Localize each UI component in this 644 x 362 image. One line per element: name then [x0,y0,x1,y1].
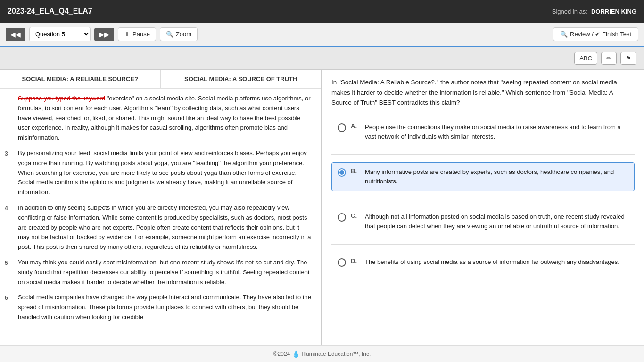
flag-icon: ⚑ [626,55,631,62]
option-text-d: The benefits of using social media as a … [365,257,619,267]
list-item: 4 In addition to only seeing subjects in… [5,203,312,252]
para-num: 3 [5,148,14,197]
footer-logo: 💧 [292,350,300,358]
list-item: 5 You may think you could easily spot mi… [5,258,312,287]
edit-button[interactable]: ✏ [601,52,617,65]
option-letter-b: B. [351,167,360,174]
main-content: SOCIAL MEDIA: A RELIABLE SOURCE? SOCIAL … [0,70,644,345]
review-icon: 🔍 [560,31,568,38]
answer-option-c[interactable]: C. Although not all information posted o… [331,207,635,236]
option-text-b: Many informative posts are created by ex… [365,167,628,186]
passage-headers: SOCIAL MEDIA: A RELIABLE SOURCE? SOCIAL … [0,70,321,89]
col1-header: SOCIAL MEDIA: A RELIABLE SOURCE? [0,70,161,88]
para-text: Suppose you typed the keyword "exercise"… [18,94,312,143]
option-letter-d: D. [351,257,360,264]
col2-header: SOCIAL MEDIA: A SOURCE OF TRUTH [161,70,322,88]
review-finish-label: Review / ✔ Finish Test [570,31,631,38]
zoom-icon: 🔍 [166,31,173,38]
para-num: 5 [5,258,14,287]
radio-a[interactable] [338,123,346,132]
next-button[interactable]: ▶▶ [94,28,114,41]
user-name: DORRIEN KING [591,8,636,15]
zoom-button[interactable]: 🔍 Zoom [160,27,198,41]
para-text: Social media companies have changed the … [18,293,312,322]
pause-button[interactable]: ⏸ Pause [118,27,156,41]
list-item: 6 Social media companies have changed th… [5,293,312,322]
radio-c[interactable] [338,213,346,222]
para-num: 4 [5,203,14,252]
divider [331,199,635,199]
option-text-c: Although not all information posted on s… [365,212,628,231]
divider [331,154,635,155]
para-num: 6 [5,293,14,322]
radio-d[interactable] [338,258,346,267]
left-panel: SOCIAL MEDIA: A RELIABLE SOURCE? SOCIAL … [0,70,322,345]
header-bar: 2023-24_ELA_Q4_ELA7 Signed in as: DORRIE… [0,0,644,23]
para-text: You may think you could easily spot misi… [18,258,312,287]
question-select[interactable]: Question 5 Question 1 Question 2 Questio… [29,27,91,41]
pause-label: Pause [132,31,150,38]
flag-button[interactable]: ⚑ [620,52,636,65]
option-letter-a: A. [351,123,360,130]
question-text: In "Social Media: A Reliable Source?." t… [331,77,635,108]
prev-button[interactable]: ◀◀ [6,28,25,41]
edit-icon: ✏ [606,55,611,62]
abc-button[interactable]: ABC [574,52,597,65]
answer-option-a[interactable]: A. People use the connections they make … [331,117,635,147]
para-num [5,94,14,143]
list-item: Suppose you typed the keyword "exercise"… [5,94,312,143]
radio-b[interactable] [338,168,346,177]
app-title: 2023-24_ELA_Q4_ELA7 [8,7,92,16]
list-item: 3 By personalizing your feed, social med… [5,148,312,197]
answer-option-b[interactable]: B. Many informative posts are created by… [331,162,635,191]
copyright: ©2024 [273,351,290,357]
option-text-a: People use the connections they make on … [365,123,628,141]
company-name: Illuminate Education™, Inc. [302,351,371,357]
footer: ©2024 💧 Illuminate Education™, Inc. [0,345,644,362]
strikethrough-text: Suppose you typed the keyword [18,95,105,102]
option-letter-c: C. [351,212,360,219]
passage-text: Suppose you typed the keyword "exercise"… [0,89,321,333]
divider [331,244,635,245]
header-right: Signed in as: DORRIEN KING [552,8,636,15]
pause-icon: ⏸ [124,31,130,38]
para-text: By personalizing your feed, social media… [18,148,312,197]
nav-bar: ◀◀ Question 5 Question 1 Question 2 Ques… [0,23,644,47]
right-panel: In "Social Media: A Reliable Source?." t… [322,70,644,345]
para-text: In addition to only seeing subjects in w… [18,203,312,252]
zoom-label: Zoom [176,31,191,38]
signed-in-label: Signed in as: [552,8,587,15]
answer-option-d[interactable]: D. The benefits of using social media as… [331,252,635,272]
review-finish-button[interactable]: 🔍 Review / ✔ Finish Test [553,27,638,41]
toolbar-strip: ABC ✏ ⚑ [0,47,644,70]
